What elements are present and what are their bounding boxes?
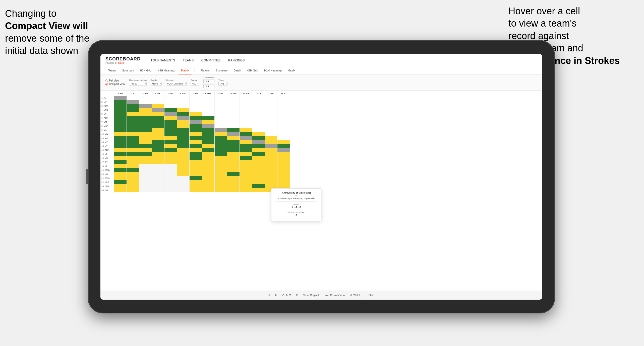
nav-rankings[interactable]: RANKINGS xyxy=(228,58,245,63)
cell-2-13[interactable] xyxy=(265,100,277,104)
cell-20-11[interactable] xyxy=(240,172,252,176)
cell-11-13[interactable] xyxy=(265,136,277,140)
cell-14-3[interactable] xyxy=(139,148,152,152)
cell-14-6[interactable] xyxy=(177,148,190,152)
cell-24-9[interactable] xyxy=(215,188,227,192)
tab-h2h-grid-1[interactable]: H2H Grid xyxy=(137,67,154,74)
table-row[interactable] xyxy=(114,152,542,156)
cell-14-13[interactable] xyxy=(265,148,277,152)
compact-view-option[interactable]: Compact View xyxy=(105,83,125,85)
cell-19-2[interactable] xyxy=(127,168,139,172)
tab-summary-2[interactable]: Summary xyxy=(213,67,230,74)
cell-10-14[interactable] xyxy=(277,132,290,136)
view-original-button[interactable]: View: Original xyxy=(303,294,319,297)
cell-20-7[interactable] xyxy=(190,172,202,176)
cell-23-3[interactable] xyxy=(139,184,152,188)
cell-10-1[interactable] xyxy=(114,132,127,136)
cell-4-9[interactable] xyxy=(215,108,227,112)
tab-summary-1[interactable]: Summary xyxy=(120,67,136,74)
cell-3-2[interactable] xyxy=(127,104,139,108)
tab-detail[interactable]: Detail xyxy=(231,67,243,74)
cell-7-8[interactable] xyxy=(202,120,215,124)
cell-14-7[interactable] xyxy=(190,148,202,152)
cell-21-10[interactable] xyxy=(227,176,240,180)
cell-3-9[interactable] xyxy=(215,104,227,108)
cell-5-9[interactable] xyxy=(215,112,227,116)
cell-21-14[interactable] xyxy=(277,176,290,180)
cell-1-10[interactable] xyxy=(227,96,240,100)
cell-13-13[interactable] xyxy=(265,144,277,148)
cell-17-3[interactable] xyxy=(139,160,152,164)
cell-17-9[interactable] xyxy=(215,160,227,164)
cell-8-12[interactable] xyxy=(252,124,265,128)
cell-19-12[interactable] xyxy=(252,168,265,172)
cell-13-4[interactable] xyxy=(152,144,164,148)
cell-3-5[interactable] xyxy=(164,104,177,108)
cell-12-2[interactable] xyxy=(127,140,139,144)
cell-4-4[interactable] xyxy=(152,108,164,112)
cell-1-14[interactable] xyxy=(277,96,290,100)
tab-players[interactable]: Players xyxy=(198,67,212,74)
cell-7-13[interactable] xyxy=(265,120,277,124)
max-teams-select-wrapper[interactable]: Top 50 xyxy=(129,82,147,86)
cell-24-10[interactable] xyxy=(227,188,240,192)
table-row[interactable] xyxy=(114,124,542,128)
cell-22-13[interactable] xyxy=(265,180,277,184)
cell-7-14[interactable] xyxy=(277,120,290,124)
cell-15-5[interactable] xyxy=(164,152,177,156)
cell-21-1[interactable] xyxy=(114,176,127,180)
table-row[interactable] xyxy=(114,104,542,108)
tab-matrix-1[interactable]: Matrix xyxy=(179,67,192,74)
cell-1-5[interactable] xyxy=(164,96,177,100)
cell-3-8[interactable] xyxy=(202,104,215,108)
cell-15-2[interactable] xyxy=(127,152,139,156)
matrix-scroll-area[interactable]: 1. AU 2. VU 3. ASU 4. UNC 5. UT 6. FSU 7… xyxy=(100,91,542,291)
cell-15-7[interactable] xyxy=(190,152,202,156)
compact-view-radio[interactable] xyxy=(105,83,108,85)
cell-6-3[interactable] xyxy=(139,116,152,120)
cell-12-8[interactable] xyxy=(202,140,215,144)
cell-10-8[interactable] xyxy=(202,132,215,136)
cell-15-3[interactable] xyxy=(139,152,152,156)
cell-13-8[interactable] xyxy=(202,144,215,148)
cell-12-13[interactable] xyxy=(265,140,277,144)
cell-10-7[interactable] xyxy=(190,132,202,136)
cell-6-1[interactable] xyxy=(114,116,127,120)
cell-9-4[interactable] xyxy=(152,128,164,132)
cell-11-1[interactable] xyxy=(114,136,127,140)
cell-13-1[interactable] xyxy=(114,144,127,148)
cell-22-6[interactable] xyxy=(177,180,190,184)
tab-teams[interactable]: Teams xyxy=(105,67,119,74)
cell-15-9[interactable] xyxy=(215,152,227,156)
cell-5-1[interactable] xyxy=(114,112,127,116)
cell-4-12[interactable] xyxy=(252,108,265,112)
table-row[interactable] xyxy=(114,148,542,152)
cell-15-6[interactable] xyxy=(177,152,190,156)
cell-17-13[interactable] xyxy=(265,160,277,164)
nav-teams[interactable]: TEAMS xyxy=(183,58,194,63)
conference-select2[interactable]: (All) xyxy=(203,84,214,88)
division-select-wrapper[interactable]: NCAA Division I xyxy=(166,82,187,86)
cell-15-11[interactable] xyxy=(240,152,252,156)
cell-16-2[interactable] xyxy=(127,156,139,160)
cell-14-14[interactable] xyxy=(277,148,290,152)
cell-15-12[interactable] xyxy=(252,152,265,156)
cell-14-5[interactable] xyxy=(164,148,177,152)
cell-19-4[interactable] xyxy=(152,168,164,172)
cell-10-13[interactable] xyxy=(265,132,277,136)
cell-5-12[interactable] xyxy=(252,112,265,116)
table-row[interactable] xyxy=(114,176,542,180)
cell-13-3[interactable] xyxy=(139,144,152,148)
cell-15-4[interactable] xyxy=(152,152,164,156)
cell-17-4[interactable] xyxy=(152,160,164,164)
cell-18-4[interactable] xyxy=(152,164,164,168)
cell-22-4[interactable] xyxy=(152,180,164,184)
cell-20-2[interactable] xyxy=(127,172,139,176)
cell-19-6[interactable] xyxy=(177,168,190,172)
cell-2-9[interactable] xyxy=(215,100,227,104)
cell-1-13[interactable] xyxy=(265,96,277,100)
cell-21-2[interactable] xyxy=(127,176,139,180)
cell-22-9[interactable] xyxy=(215,180,227,184)
cell-16-5[interactable] xyxy=(164,156,177,160)
cell-24-4[interactable] xyxy=(152,188,164,192)
